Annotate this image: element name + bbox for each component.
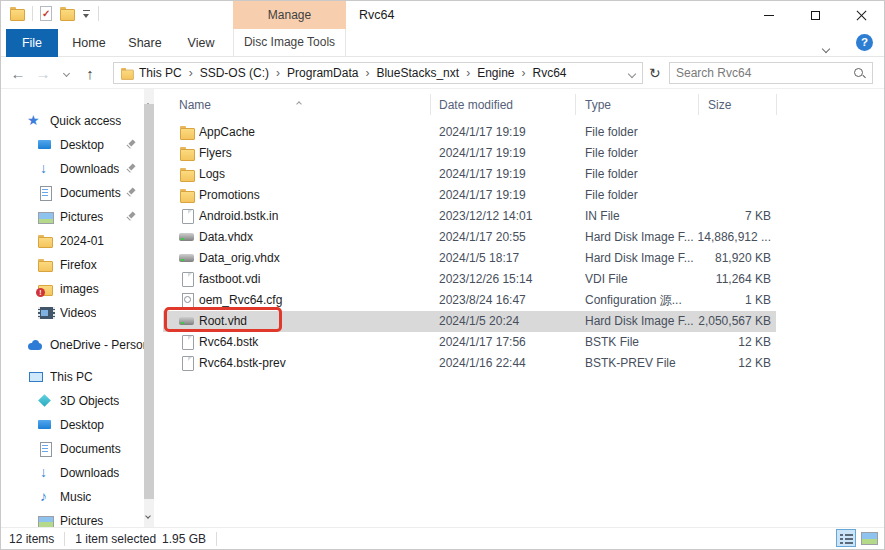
breadcrumb-item[interactable]: This PC <box>139 66 182 80</box>
large-icons-view-button[interactable] <box>861 532 878 545</box>
sidebar-item-firefox[interactable]: Firefox <box>1 253 144 277</box>
file-row-promotions[interactable]: Promotions2024/1/17 19:19File folder <box>163 185 776 206</box>
sidebar-item-label: Documents <box>60 442 121 456</box>
file-date-modified: 2024/1/17 19:19 <box>439 122 579 143</box>
breadcrumb-item[interactable]: Rvc64 <box>533 66 567 80</box>
breadcrumb-item[interactable]: ProgramData <box>287 66 358 80</box>
maximize-button[interactable] <box>792 1 838 29</box>
column-divider[interactable] <box>698 94 699 115</box>
up-button[interactable]: ↑ <box>77 57 103 89</box>
sidebar-item-desktop[interactable]: Desktop <box>1 133 144 157</box>
sidebar-item-documents[interactable]: Documents <box>1 181 144 205</box>
sidebar-item-downloads[interactable]: Downloads <box>1 461 144 485</box>
back-button[interactable]: ← <box>5 57 31 89</box>
breadcrumb-item[interactable]: SSD-OS (C:) <box>200 66 269 80</box>
search-box[interactable] <box>669 62 873 84</box>
sidebar-item-pictures[interactable]: Pictures <box>1 509 144 527</box>
sidebar-item-pictures[interactable]: Pictures <box>1 205 144 229</box>
refresh-button[interactable] <box>649 57 661 89</box>
sidebar-item-videos[interactable]: Videos <box>1 301 144 325</box>
column-header-name[interactable]: Name <box>179 98 211 112</box>
chevron-down-icon <box>628 70 636 78</box>
column-header-date-modified[interactable]: Date modified <box>439 98 513 112</box>
breadcrumb-separator-icon[interactable] <box>276 66 280 80</box>
sidebar-section-this-pc[interactable]: This PC <box>1 365 144 389</box>
pin-icon <box>126 140 136 150</box>
breadcrumb-separator-icon[interactable] <box>189 66 193 80</box>
breadcrumb-separator-icon[interactable] <box>466 66 470 80</box>
column-divider[interactable] <box>776 94 777 115</box>
tab-file[interactable]: File <box>6 29 58 57</box>
file-row-data.vhdx[interactable]: Data.vhdx2024/1/17 20:55Hard Disk Image … <box>163 227 776 248</box>
file-row-logs[interactable]: Logs2024/1/17 19:19File folder <box>163 164 776 185</box>
selection-size: 1.95 GB <box>162 532 206 546</box>
scroll-down-icon[interactable] <box>146 504 150 522</box>
file-size: 1 KB <box>643 290 771 311</box>
file-row-rvc64.bstk[interactable]: Rvc64.bstk2024/1/17 17:56BSTK File12 KB <box>163 332 776 353</box>
ribbon-collapse-button[interactable] <box>823 38 829 56</box>
details-view-button[interactable] <box>836 529 856 547</box>
breadcrumb-separator-icon[interactable] <box>365 66 369 80</box>
sidebar-item-downloads[interactable]: Downloads <box>1 157 144 181</box>
column-header-type[interactable]: Type <box>585 98 611 112</box>
sidebar-item-documents[interactable]: Documents <box>1 437 144 461</box>
address-bar: ← → ↑ This PCSSD-OS (C:)ProgramDataBlueS… <box>1 57 884 89</box>
column-divider[interactable] <box>575 94 576 115</box>
breadcrumb-separator-icon[interactable] <box>522 66 526 80</box>
divider <box>98 6 99 21</box>
sidebar-section-label: Quick access <box>50 114 121 128</box>
sidebar-section-quick-access[interactable]: Quick access <box>1 109 144 133</box>
properties-icon[interactable] <box>40 6 52 21</box>
file-name: Rvc64.bstk-prev <box>199 353 431 374</box>
column-divider[interactable] <box>430 94 431 115</box>
file-row-data_orig.vhdx[interactable]: Data_orig.vhdx2024/1/5 18:17Hard Disk Im… <box>163 248 776 269</box>
file-name: fastboot.vdi <box>199 269 431 290</box>
tab-view[interactable]: View <box>173 29 229 57</box>
file-row-flyers[interactable]: Flyers2024/1/17 19:19File folder <box>163 143 776 164</box>
file-row-rvc64.bstk-prev[interactable]: Rvc64.bstk-prev2024/1/16 22:44BSTK-PREV … <box>163 353 776 374</box>
sidebar-item-music[interactable]: Music <box>1 485 144 509</box>
address-dropdown-button[interactable] <box>629 66 635 80</box>
sidebar-item-desktop[interactable]: Desktop <box>1 413 144 437</box>
folder-alert-icon <box>37 281 53 297</box>
new-folder-icon[interactable] <box>59 6 75 21</box>
search-input[interactable] <box>676 66 853 80</box>
sidebar-section-onedrive-personal[interactable]: OneDrive - Personal <box>1 333 144 357</box>
picture-icon <box>37 209 53 225</box>
sidebar-item-label: Documents <box>60 186 121 200</box>
help-button[interactable]: ? <box>856 34 873 51</box>
tab-home[interactable]: Home <box>61 29 117 57</box>
document-icon <box>37 185 53 201</box>
column-header-size[interactable]: Size <box>708 98 731 112</box>
close-button[interactable] <box>838 1 884 29</box>
file-icon <box>179 356 195 377</box>
breadcrumb-item[interactable]: Engine <box>477 66 514 80</box>
tab-share[interactable]: Share <box>117 29 173 57</box>
star-icon <box>27 113 43 129</box>
file-row-android.bstk.in[interactable]: Android.bstk.in2023/12/12 14:01IN File7 … <box>163 206 776 227</box>
sidebar-item-2024-01[interactable]: 2024-01 <box>1 229 144 253</box>
file-size: 12 KB <box>643 353 771 374</box>
sidebar-item-images[interactable]: images <box>1 277 144 301</box>
file-row-fastboot.vdi[interactable]: fastboot.vdi2023/12/26 15:14VDI File11,2… <box>163 269 776 290</box>
navigation-pane: Quick accessDesktopDownloadsDocumentsPic… <box>1 89 144 527</box>
app-folder-icon <box>9 6 25 21</box>
sidebar-item-3d-objects[interactable]: 3D Objects <box>1 389 144 413</box>
forward-button[interactable]: → <box>31 57 55 89</box>
file-date-modified: 2024/1/5 18:17 <box>439 248 579 269</box>
file-date-modified: 2024/1/17 19:19 <box>439 143 579 164</box>
recent-locations-button[interactable] <box>57 57 75 89</box>
customize-toolbar-icon[interactable] <box>82 9 91 19</box>
sidebar-section-label: This PC <box>50 370 93 384</box>
breadcrumb-item[interactable]: BlueStacks_nxt <box>376 66 459 80</box>
minimize-button[interactable] <box>746 1 792 29</box>
file-name: Flyers <box>199 143 431 164</box>
search-icon[interactable] <box>853 67 866 80</box>
file-name: Android.bstk.in <box>199 206 431 227</box>
address-field[interactable]: This PCSSD-OS (C:)ProgramDataBlueStacks_… <box>113 62 643 84</box>
tab-disc-image-tools[interactable]: Disc Image Tools <box>233 29 346 57</box>
scrollbar-thumb[interactable] <box>144 104 154 499</box>
sidebar-scrollbar[interactable] <box>144 89 154 527</box>
download-arrow-icon <box>37 465 53 481</box>
file-row-appcache[interactable]: AppCache2024/1/17 19:19File folder <box>163 122 776 143</box>
